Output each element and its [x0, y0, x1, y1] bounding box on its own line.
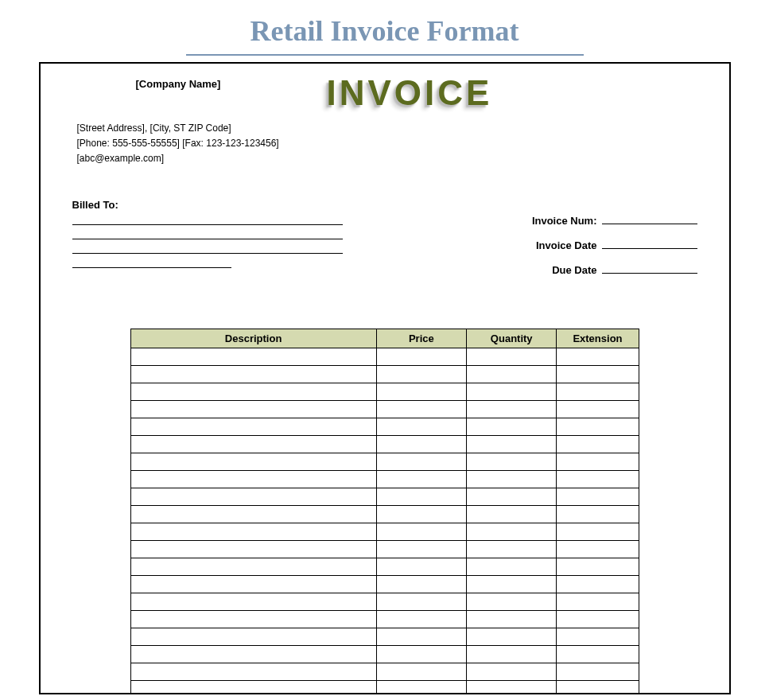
cell-description[interactable]	[130, 435, 376, 453]
table-row	[130, 418, 639, 435]
billed-to-line-3[interactable]	[72, 241, 343, 254]
cell-price[interactable]	[376, 645, 466, 663]
cell-extension[interactable]	[557, 593, 639, 610]
cell-quantity[interactable]	[467, 663, 557, 680]
cell-description[interactable]	[130, 558, 376, 575]
table-row	[130, 593, 639, 610]
cell-extension[interactable]	[557, 400, 639, 418]
cell-quantity[interactable]	[467, 610, 557, 628]
table-row	[130, 488, 639, 505]
cell-price[interactable]	[376, 558, 466, 575]
cell-extension[interactable]	[557, 418, 639, 435]
cell-price[interactable]	[376, 575, 466, 593]
cell-price[interactable]	[376, 400, 466, 418]
cell-quantity[interactable]	[467, 558, 557, 575]
cell-extension[interactable]	[557, 488, 639, 505]
cell-description[interactable]	[130, 400, 376, 418]
billed-to-line-2[interactable]	[72, 227, 343, 239]
cell-price[interactable]	[376, 593, 466, 610]
cell-price[interactable]	[376, 348, 466, 365]
cell-extension[interactable]	[557, 453, 639, 470]
cell-price[interactable]	[376, 628, 466, 645]
cell-quantity[interactable]	[467, 348, 557, 365]
invoice-date-field[interactable]	[602, 238, 697, 249]
cell-quantity[interactable]	[467, 523, 557, 540]
cell-price[interactable]	[376, 663, 466, 680]
cell-price[interactable]	[376, 610, 466, 628]
table-row	[130, 365, 639, 383]
cell-extension[interactable]	[557, 628, 639, 645]
cell-description[interactable]	[130, 488, 376, 505]
due-date-field[interactable]	[602, 262, 697, 274]
cell-description[interactable]	[130, 628, 376, 645]
cell-extension[interactable]	[557, 523, 639, 540]
table-row	[130, 453, 639, 470]
cell-quantity[interactable]	[467, 505, 557, 523]
cell-description[interactable]	[130, 505, 376, 523]
cell-quantity[interactable]	[467, 400, 557, 418]
cell-quantity[interactable]	[467, 435, 557, 453]
header-price: Price	[376, 329, 466, 348]
cell-description[interactable]	[130, 680, 376, 694]
billed-to-line-1[interactable]	[72, 212, 343, 225]
cell-quantity[interactable]	[467, 365, 557, 383]
cell-description[interactable]	[130, 645, 376, 663]
table-row	[130, 558, 639, 575]
company-street: [Street Address], [City, ST ZIP Code]	[77, 121, 697, 136]
company-address-block: [Street Address], [City, ST ZIP Code] [P…	[77, 121, 697, 167]
cell-price[interactable]	[376, 505, 466, 523]
cell-price[interactable]	[376, 435, 466, 453]
cell-description[interactable]	[130, 610, 376, 628]
cell-extension[interactable]	[557, 540, 639, 558]
invoice-num-row: Invoice Num:	[459, 213, 697, 227]
cell-extension[interactable]	[557, 383, 639, 400]
cell-extension[interactable]	[557, 575, 639, 593]
header-extension: Extension	[557, 329, 639, 348]
company-name: [Company Name]	[72, 73, 311, 90]
cell-description[interactable]	[130, 663, 376, 680]
cell-description[interactable]	[130, 575, 376, 593]
cell-extension[interactable]	[557, 505, 639, 523]
cell-price[interactable]	[376, 418, 466, 435]
cell-quantity[interactable]	[467, 418, 557, 435]
cell-quantity[interactable]	[467, 540, 557, 558]
cell-extension[interactable]	[557, 470, 639, 488]
cell-price[interactable]	[376, 383, 466, 400]
cell-price[interactable]	[376, 680, 466, 694]
cell-price[interactable]	[376, 470, 466, 488]
billed-section: Billed To: Invoice Num: Invoice Date Due…	[72, 199, 697, 287]
cell-description[interactable]	[130, 470, 376, 488]
cell-price[interactable]	[376, 523, 466, 540]
cell-quantity[interactable]	[467, 453, 557, 470]
cell-extension[interactable]	[557, 435, 639, 453]
cell-extension[interactable]	[557, 645, 639, 663]
invoice-num-field[interactable]	[602, 213, 697, 224]
cell-description[interactable]	[130, 348, 376, 365]
billed-to-line-4[interactable]	[72, 255, 231, 268]
cell-extension[interactable]	[557, 558, 639, 575]
cell-price[interactable]	[376, 488, 466, 505]
cell-description[interactable]	[130, 593, 376, 610]
cell-extension[interactable]	[557, 663, 639, 680]
cell-quantity[interactable]	[467, 645, 557, 663]
cell-extension[interactable]	[557, 365, 639, 383]
cell-price[interactable]	[376, 453, 466, 470]
cell-extension[interactable]	[557, 348, 639, 365]
cell-extension[interactable]	[557, 610, 639, 628]
cell-quantity[interactable]	[467, 470, 557, 488]
cell-quantity[interactable]	[467, 628, 557, 645]
cell-quantity[interactable]	[467, 593, 557, 610]
cell-extension[interactable]	[557, 680, 639, 694]
cell-quantity[interactable]	[467, 575, 557, 593]
cell-price[interactable]	[376, 540, 466, 558]
cell-description[interactable]	[130, 365, 376, 383]
cell-price[interactable]	[376, 365, 466, 383]
cell-quantity[interactable]	[467, 488, 557, 505]
cell-description[interactable]	[130, 418, 376, 435]
cell-description[interactable]	[130, 383, 376, 400]
cell-description[interactable]	[130, 523, 376, 540]
cell-description[interactable]	[130, 540, 376, 558]
cell-quantity[interactable]	[467, 383, 557, 400]
cell-description[interactable]	[130, 453, 376, 470]
cell-quantity[interactable]	[467, 680, 557, 694]
